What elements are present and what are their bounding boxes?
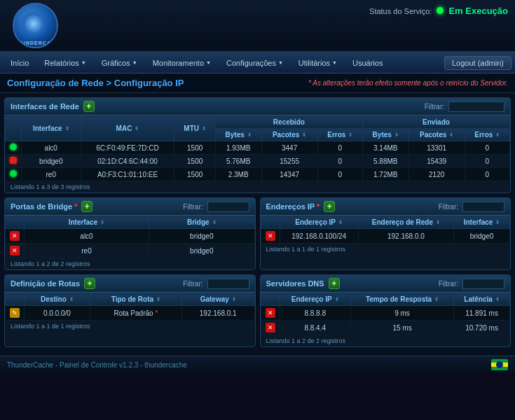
logo-area: THUNDERCACHE <box>7 1 63 50</box>
delete-button[interactable]: ✕ <box>10 246 20 255</box>
bridge-ports-table: Interface⇕ Bridge⇕ ✕ alc0 bridge0 ✕ re0 … <box>5 216 255 258</box>
bridge-ports-add-button[interactable]: + <box>81 201 92 212</box>
main-content: Interfaces de Rede + Filtrar: Interface⇕… <box>0 93 515 356</box>
network-interfaces-title: Interfaces de Rede <box>11 102 79 111</box>
delete-button[interactable]: ✕ <box>266 308 275 318</box>
nav-graficos[interactable]: Gráficos <box>95 56 144 70</box>
network-interfaces-add-button[interactable]: + <box>83 101 95 112</box>
table-row: ✕ re0 bridge0 <box>6 244 255 258</box>
delete-button[interactable]: ✕ <box>266 231 275 241</box>
nav-inicio[interactable]: Início <box>4 56 36 70</box>
network-interfaces-table: Interface⇕ MAC⇕ MTU⇕ Recebido Enviado By… <box>5 115 510 181</box>
table-row: ✕ alc0 bridge0 <box>6 229 255 244</box>
brazil-flag-icon <box>491 359 508 370</box>
top-header: THUNDERCACHE Status do Serviço: Em Execu… <box>0 0 515 52</box>
network-interfaces-panel: Interfaces de Rede + Filtrar: Interface⇕… <box>4 97 511 193</box>
bridge-ports-panel: Portas de Bridge * + Filtrar: Interface⇕… <box>4 197 256 270</box>
service-status-label: Status do Serviço: <box>369 7 432 15</box>
ip-addresses-filter-input[interactable] <box>462 202 504 212</box>
footer-title: ThunderCache - Painel de Controle v1.2.3… <box>7 361 187 369</box>
logo-text: THUNDERCACHE <box>14 41 57 46</box>
nav-monitoramento[interactable]: Monitoramento <box>146 56 218 70</box>
two-col-top: Portas de Bridge * + Filtrar: Interface⇕… <box>4 197 511 274</box>
bridge-ports-filter-input[interactable] <box>207 202 249 212</box>
routes-table: Destino⇕ Tipo de Rota⇕ Gateway⇕ ✎ 0.0.0.… <box>5 293 255 321</box>
status-icon <box>10 157 17 164</box>
nav-relatorios[interactable]: Relatórios <box>37 56 92 70</box>
ip-addresses-title: Endereços IP * <box>266 202 320 211</box>
breadcrumb: Configuração de Rede > Configuração IP <box>7 78 184 88</box>
status-icon <box>10 144 17 150</box>
filter-label: Filtrar: <box>425 103 444 111</box>
logout-button[interactable]: Logout (admin) <box>444 56 511 70</box>
breadcrumb-bar: Configuração de Rede > Configuração IP *… <box>0 74 515 93</box>
footer: ThunderCache - Painel de Controle v1.2.3… <box>0 356 515 373</box>
ip-addresses-header: Endereços IP * + Filtrar: <box>261 198 511 216</box>
edit-button[interactable]: ✎ <box>10 308 20 318</box>
routes-add-button[interactable]: + <box>84 278 95 289</box>
routes-filter-label: Filtrar: <box>183 280 202 288</box>
bridge-filter-label: Filtrar: <box>183 203 202 211</box>
ip-addresses-listing: Listando 1 a 1 de 1 registros <box>261 244 511 255</box>
network-interfaces-listing: Listando 1 a 3 de 3 registros <box>5 181 510 192</box>
bridge-ports-header: Portas de Bridge * + Filtrar: <box>5 198 255 216</box>
dns-servers-listing: Listando 1 a 2 de 2 registros <box>261 335 511 346</box>
ip-addresses-add-button[interactable]: + <box>324 201 335 212</box>
bridge-ports-title: Portas de Bridge * <box>11 202 77 211</box>
table-row: ✕ 192.168.0.100/24 192.168.0.0 bridge0 <box>261 229 510 244</box>
delete-button[interactable]: ✕ <box>10 231 20 241</box>
routes-listing: Listando 1 a 1 de 1 registros <box>5 321 255 332</box>
nav-utilitarios[interactable]: Utilitários <box>291 56 344 70</box>
dns-servers-filter-input[interactable] <box>462 279 504 289</box>
two-col-bottom: Definição de Rotas + Filtrar: Destino⇕ T… <box>4 274 511 351</box>
dns-servers-title: Servidores DNS <box>266 279 324 288</box>
dns-servers-table: Endereço IP⇕ Tempo de Resposta⇕ Latência… <box>261 293 511 335</box>
table-row: ✕ 8.8.4.4 15 ms 10.720 ms <box>261 321 510 335</box>
status-icon <box>10 170 17 177</box>
ip-addresses-panel: Endereços IP * + Filtrar: Endereço IP⇕ E… <box>260 197 511 270</box>
table-row: ✎ 0.0.0.0/0 Rota Padrão * 192.168.0.1 <box>6 306 255 321</box>
table-row: re0 A0:F3:C1:01:10:EE 1500 2.3MB 14347 0… <box>6 168 510 181</box>
network-interfaces-filter-input[interactable] <box>448 102 504 112</box>
nav-configuracoes[interactable]: Configurações <box>219 56 290 70</box>
logo-icon: THUNDERCACHE <box>13 3 58 48</box>
nav-bar: Início Relatórios Gráficos Monitoramento… <box>0 52 515 74</box>
routes-title: Definição de Rotas <box>11 279 80 288</box>
delete-button[interactable]: ✕ <box>266 323 275 332</box>
routes-header: Definição de Rotas + Filtrar: <box>5 275 255 293</box>
ip-filter-label: Filtrar: <box>439 203 458 211</box>
bridge-ports-listing: Listando 1 a 2 de 2 registros <box>5 258 255 270</box>
table-row: bridge0 02:1D:C4:6C:44:00 1500 5.76MB 15… <box>6 155 510 168</box>
table-row: ✕ 8.8.8.8 9 ms 11.891 ms <box>261 306 510 321</box>
dns-servers-panel: Servidores DNS + Filtrar: Endereço IP⇕ T… <box>260 274 511 347</box>
dns-servers-header: Servidores DNS + Filtrar: <box>261 275 511 293</box>
routes-filter-input[interactable] <box>207 279 249 289</box>
dns-servers-add-button[interactable]: + <box>329 278 340 289</box>
routes-panel: Definição de Rotas + Filtrar: Destino⇕ T… <box>4 274 256 347</box>
breadcrumb-note: * As alterações terão efeito somente apó… <box>308 79 508 87</box>
ip-addresses-table: Endereço IP⇕ Endereço de Rede⇕ Interface… <box>261 216 511 244</box>
service-status: Status do Serviço: Em Execução <box>369 6 508 16</box>
table-row: alc0 6C:F0:49:FE:7D:CD 1500 1.93MB 3447 … <box>6 141 510 155</box>
status-dot-icon <box>437 7 444 14</box>
network-interfaces-header: Interfaces de Rede + Filtrar: <box>5 98 510 115</box>
nav-usuarios[interactable]: Usuários <box>345 56 390 70</box>
dns-filter-label: Filtrar: <box>439 280 458 288</box>
service-status-value: Em Execução <box>448 6 508 16</box>
